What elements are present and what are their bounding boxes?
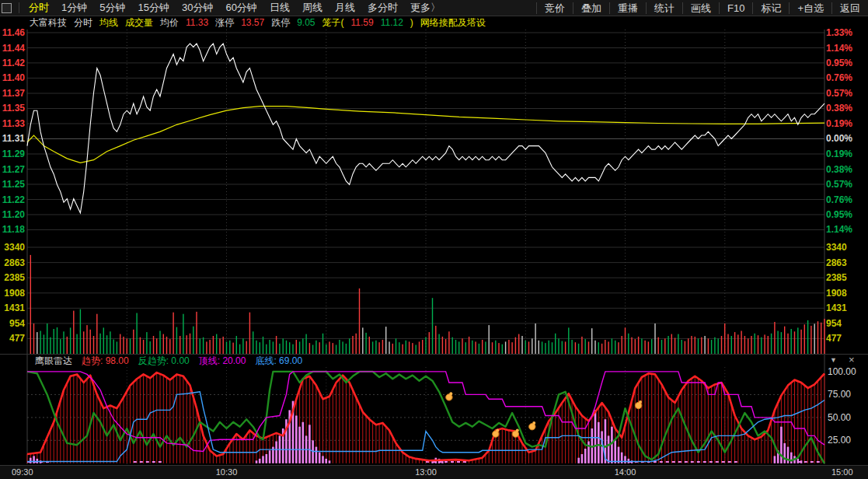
- price-tick-left: 11.20: [0, 209, 25, 220]
- tab-15min[interactable]: 15分钟: [131, 1, 175, 15]
- toolbar-divider: [19, 2, 19, 13]
- tab-30min[interactable]: 30分钟: [176, 1, 219, 15]
- volume-tick-left: 954: [0, 318, 25, 329]
- volume-bars: [30, 255, 825, 354]
- trend-value: 趋势: 98.00: [82, 355, 129, 368]
- indicator-name[interactable]: 鹰眼雷达: [35, 355, 72, 368]
- menu-f10[interactable]: F10: [719, 2, 752, 14]
- tab-daily[interactable]: 日线: [263, 1, 296, 15]
- price-line: [27, 44, 824, 213]
- price-tick-left: 11.33: [0, 118, 25, 129]
- menu-add-watchlist[interactable]: +自选: [789, 2, 831, 14]
- counter-trend-value: 反趋势: 0.00: [138, 355, 190, 368]
- percent-tick-right: 0.95%: [826, 58, 852, 68]
- percent-tick-right: 0.19%: [826, 118, 852, 129]
- menu-replay[interactable]: 重播: [609, 2, 646, 14]
- stock-app-window: 分时1分钟5分钟15分钟30分钟60分钟日线周线月线多分时更多〉 竞价叠加重播统…: [0, 0, 868, 479]
- menu-overlay[interactable]: 叠加: [573, 2, 609, 14]
- time-label: 14:00: [615, 467, 636, 477]
- tab-fenshi[interactable]: 分时: [23, 1, 55, 15]
- indicator-tick-right: 25.00: [828, 435, 851, 446]
- menu-drawline[interactable]: 画线: [682, 2, 719, 14]
- stock-name[interactable]: 大富科技: [30, 16, 67, 30]
- volume-tick-right: 2385: [826, 272, 847, 283]
- period-label: 分时: [74, 16, 92, 30]
- price-tick-left: 11.35: [0, 103, 25, 114]
- volume-tick-left: 1908: [0, 288, 25, 299]
- cage-close-paren: ): [410, 17, 413, 28]
- price-tick-left: 11.37: [0, 88, 25, 99]
- price-tick-left: 11.27: [0, 164, 25, 175]
- percent-tick-right: 0.38%: [826, 103, 852, 114]
- percent-tick-right: 1.33%: [826, 27, 852, 38]
- time-label: 15:00: [831, 467, 853, 477]
- action-menu: 竞价叠加重播统计画线F10标记+自选返回: [536, 0, 868, 16]
- price-tick-left: 11.44: [0, 43, 25, 54]
- bottom-line-value: 底线: 69.00: [255, 355, 302, 368]
- tab-60min[interactable]: 60分钟: [219, 1, 263, 15]
- tab-1min[interactable]: 1分钟: [55, 1, 93, 15]
- stock-info-bar: 大富科技分时均线成交量均价11.33涨停13.57跌停9.05笼子(11.591…: [0, 16, 868, 29]
- volume-tick-right: 2863: [826, 257, 847, 268]
- price-tick-left: 11.40: [0, 72, 25, 83]
- period-toolbar: 分时1分钟5分钟15分钟30分钟60分钟日线周线月线多分时更多〉 竞价叠加重播统…: [0, 0, 868, 16]
- volume-tick-right: 1431: [826, 302, 847, 313]
- percent-tick-right: 0.00%: [826, 133, 852, 144]
- indicator-close-icon[interactable]: ×: [849, 354, 855, 365]
- price-tick-left: 11.18: [0, 224, 25, 235]
- intraday-chart-svg[interactable]: [0, 0, 868, 479]
- cage-lower: 11.12: [381, 17, 403, 28]
- volume-tick-right: 3340: [826, 242, 847, 253]
- tab-monthly[interactable]: 月线: [329, 1, 361, 15]
- price-tick-left: 11.22: [0, 194, 25, 205]
- time-label: 10:30: [216, 467, 238, 477]
- price-tick-left: 11.29: [0, 149, 25, 159]
- pink-histogram: [30, 401, 802, 463]
- ma-toggle[interactable]: 均线: [99, 16, 118, 30]
- volume-tick-left: 2385: [0, 272, 25, 283]
- limit-up-value: 13.57: [241, 17, 264, 28]
- tab-5min[interactable]: 5分钟: [93, 1, 131, 15]
- tab-multi-fenshi[interactable]: 多分时: [361, 1, 404, 15]
- indicator-tick-right: 100.00: [828, 366, 856, 377]
- industry-tag[interactable]: 网络接配及塔设: [420, 16, 486, 30]
- limit-down-label: 跌停: [271, 16, 290, 30]
- indicator-tick-right: 50.00: [828, 412, 851, 423]
- limit-up-label: 涨停: [215, 16, 234, 30]
- cage-upper: 11.59: [351, 17, 374, 28]
- percent-tick-right: 0.57%: [826, 88, 852, 99]
- avg-price-label: 均价: [160, 16, 179, 30]
- volume-tick-left: 1431: [0, 302, 25, 313]
- percent-tick-right: 1.14%: [826, 43, 852, 54]
- tab-weekly[interactable]: 周线: [296, 1, 329, 15]
- cage-label: 笼子(: [322, 16, 344, 30]
- time-label: 09:30: [12, 467, 33, 477]
- percent-tick-right: 0.57%: [826, 179, 852, 190]
- percent-tick-right: 0.38%: [826, 164, 852, 175]
- window-icon[interactable]: [2, 3, 12, 13]
- percent-tick-right: 0.95%: [826, 209, 852, 220]
- price-tick-left: 11.31: [0, 133, 25, 144]
- menu-back[interactable]: 返回: [831, 2, 868, 14]
- indicator-header: 鹰眼雷达 趋势: 98.00反趋势: 0.00顶线: 20.00底线: 69.0…: [0, 354, 868, 367]
- menu-stats[interactable]: 统计: [646, 2, 682, 14]
- volume-tick-right: 477: [826, 333, 842, 344]
- tab-more[interactable]: 更多〉: [404, 1, 447, 15]
- avg-price-value: 11.33: [186, 17, 208, 28]
- indicator-tick-right: 75.00: [828, 389, 851, 400]
- price-tick-left: 11.42: [0, 58, 25, 68]
- menu-bidding[interactable]: 竞价: [536, 2, 573, 14]
- period-tabs: 分时1分钟5分钟15分钟30分钟60分钟日线周线月线多分时更多〉: [0, 0, 447, 16]
- menu-mark[interactable]: 标记: [752, 2, 789, 14]
- price-tick-left: 11.25: [0, 179, 25, 190]
- percent-tick-right: 0.19%: [826, 149, 852, 159]
- volume-tick-left: 3340: [0, 242, 25, 253]
- limit-down-value: 9.05: [297, 17, 315, 28]
- volume-tick-right: 1908: [826, 288, 847, 299]
- time-axis: 09:3010:3013:0014:0015:00: [0, 465, 868, 479]
- indicator-collapse-icon[interactable]: ▼: [830, 356, 837, 364]
- volume-toggle[interactable]: 成交量: [125, 16, 153, 30]
- volume-tick-right: 954: [826, 318, 842, 329]
- percent-tick-right: 1.14%: [826, 224, 852, 235]
- top-line-value: 顶线: 20.00: [199, 355, 246, 368]
